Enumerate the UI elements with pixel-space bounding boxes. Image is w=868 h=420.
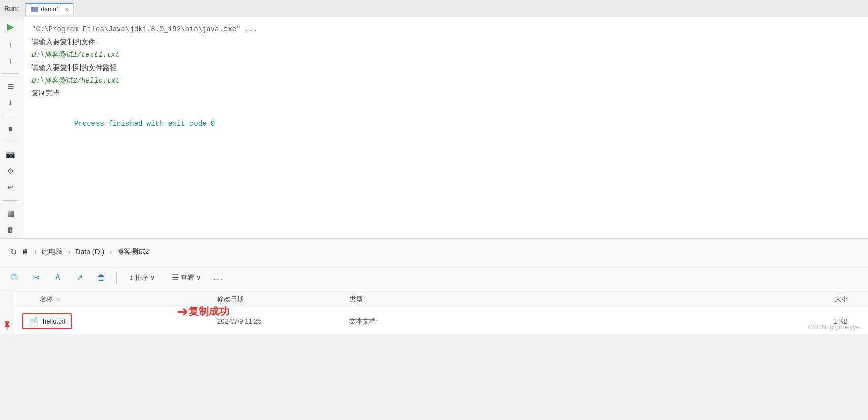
left-pin-bar: 📌 [0, 290, 14, 335]
toolbar-sep-1 [116, 272, 117, 284]
file-name-box: 📄 hello.txt [22, 313, 72, 329]
file-date-cell: 2024/7/9 11:25 [217, 317, 349, 325]
more-button[interactable]: ... [213, 272, 224, 283]
ide-console: "C:\Program Files\Java\jdk1.8.0_192\bin\… [21, 17, 868, 238]
toolbar-divider-3 [2, 142, 19, 142]
file-type-icon: 📄 [28, 316, 39, 326]
wrap-button[interactable]: ☰ [5, 82, 17, 91]
breadcrumb-data-d[interactable]: Data (D:) [75, 248, 104, 256]
scroll-up-button[interactable]: ↑ [5, 40, 17, 49]
file-type-cell: 文本文档 [349, 317, 461, 326]
explorer-section: ↻ 🖥 › 此电脑 › Data (D:) › 博客测试2 ⧉ ✂ Ａ ↗ 🗑 … [0, 239, 868, 335]
sort-chevron: ∨ [150, 274, 155, 281]
file-list-container: 📌 名称 ∧ 修改日期 类型 大小 ➜ [0, 290, 868, 335]
breadcrumb-this-pc[interactable]: 此电脑 [42, 247, 63, 256]
back-button[interactable]: ↩ [5, 183, 17, 192]
annotation-wrapper: ➜ 复制成功 [177, 303, 229, 320]
col-header-type: 类型 [349, 295, 461, 304]
breadcrumb-folder[interactable]: 博客测试2 [117, 247, 149, 256]
view-icon: ☰ [172, 273, 179, 282]
camera-button[interactable]: 📷 [5, 150, 17, 159]
toolbar-divider-1 [2, 73, 19, 74]
view-label: 查看 [181, 273, 194, 282]
ide-body: ▶ ↑ ↓ ☰ ⬇ ■ 📷 ⚙ ↩ ▦ 🗑 "C:\Program Files\… [0, 17, 868, 238]
sort-label: 排序 [135, 273, 148, 282]
annotation-text: 复制成功 [188, 305, 229, 318]
sort-button[interactable]: ↕ 排序 ∨ [125, 271, 159, 284]
file-size-cell: 1 KB [461, 317, 868, 325]
tab-name: demo1 [41, 6, 60, 13]
console-line-4: 请输入要复制到的文件路径 [31, 62, 858, 75]
annotation-container: ➜ 复制成功 📄 hello.txt 2024/7/9 11:25 文本文档 [14, 308, 868, 335]
file-list-header: 名称 ∧ 修改日期 类型 大小 [14, 290, 868, 308]
run-label: Run: [4, 5, 19, 12]
console-line-5: D:\博客测试2/hello.txt [31, 75, 858, 87]
annotation-arrow-icon: ➜ [177, 303, 188, 320]
delete-button[interactable]: 🗑 [5, 225, 17, 234]
view-button[interactable]: ☰ 查看 ∨ [168, 271, 205, 284]
toolbar-divider-2 [2, 116, 19, 116]
copy-button[interactable]: ⧉ [8, 270, 21, 285]
breadcrumb-sep-3: › [109, 248, 112, 256]
ide-left-toolbar: ▶ ↑ ↓ ☰ ⬇ ■ 📷 ⚙ ↩ ▦ 🗑 [0, 17, 21, 238]
layout-button[interactable]: ▦ [5, 209, 17, 218]
sort-asc-icon: ∧ [56, 297, 59, 302]
scroll-end-button[interactable]: ⬇ [5, 98, 17, 107]
cut-button[interactable]: ✂ [29, 270, 43, 285]
demo1-tab[interactable]: demo1 × [25, 3, 74, 15]
refresh-button[interactable]: ↻ [10, 247, 17, 257]
console-line-1: "C:\Program Files\Java\jdk1.8.0_192\bin\… [31, 23, 858, 36]
breadcrumb-bar: ↻ 🖥 › 此电脑 › Data (D:) › 博客测试2 [0, 239, 868, 265]
file-name-text: hello.txt [43, 317, 66, 325]
console-line-2: 请输入要复制的文件 [31, 36, 858, 49]
col-header-name: 名称 ∧ [14, 295, 217, 304]
col-header-size: 大小 [461, 295, 868, 304]
toolbar-divider-4 [2, 200, 19, 201]
share-button[interactable]: ↗ [73, 271, 86, 284]
breadcrumb-sep-2: › [68, 248, 71, 256]
settings-button[interactable]: ⚙ [5, 167, 17, 176]
breadcrumb-computer-icon: 🖥 [22, 248, 29, 256]
rename-button[interactable]: Ａ [51, 270, 65, 285]
breadcrumb-sep-1: › [34, 248, 37, 256]
run-button[interactable]: ▶ [5, 21, 17, 33]
table-row[interactable]: 📄 hello.txt 2024/7/9 11:25 文本文档 1 KB [14, 308, 868, 335]
console-line-7: Process finished with exit code 0 [31, 105, 858, 144]
delete-toolbar-button[interactable]: 🗑 [94, 271, 108, 284]
stop-button[interactable]: ■ [5, 124, 17, 133]
file-table: 名称 ∧ 修改日期 类型 大小 ➜ 复制成功 [14, 290, 868, 335]
ide-panel: Run: demo1 × ▶ ↑ ↓ ☰ ⬇ ■ 📷 ⚙ ↩ [0, 0, 868, 239]
tab-bar: Run: demo1 × [0, 0, 868, 17]
view-chevron: ∨ [196, 274, 201, 281]
pin-icon: 📌 [1, 319, 13, 331]
console-line-6: 复制完毕 [31, 87, 858, 100]
explorer-toolbar: ⧉ ✂ Ａ ↗ 🗑 ↕ 排序 ∨ ☰ 查看 ∨ ... [0, 265, 868, 290]
tab-file-icon [31, 7, 38, 12]
tab-close-button[interactable]: × [65, 6, 68, 12]
sort-icon: ↕ [129, 273, 133, 282]
console-line-3: D:\博客测试1/text1.txt [31, 49, 858, 61]
col-header-date: 修改日期 [217, 295, 349, 304]
process-finished-text: Process finished with exit code 0 [74, 120, 215, 128]
scroll-down-button[interactable]: ↓ [5, 56, 17, 65]
watermark: CSDN @gobeyye [808, 323, 860, 331]
